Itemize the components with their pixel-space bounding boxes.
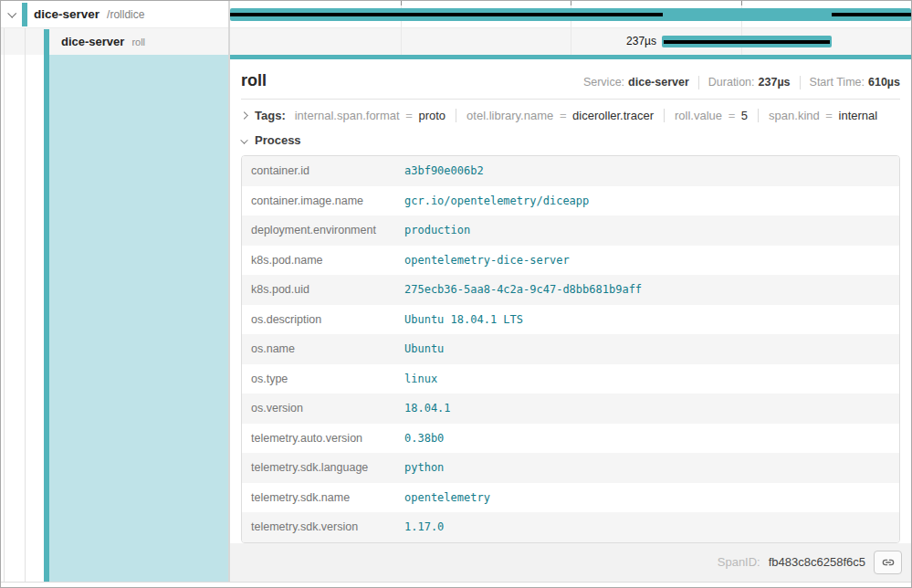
span-name-column: dice-server /rolldice dice-server roll xyxy=(1,1,228,582)
timeline-tick xyxy=(401,1,402,5)
span-duration-label: 237µs xyxy=(230,28,656,55)
operation-name: /rolldice xyxy=(107,8,144,21)
selected-span-highlight xyxy=(49,55,228,582)
process-key: k8s.pod.uid xyxy=(251,282,404,298)
stat-separator xyxy=(800,76,801,89)
operation-name: roll xyxy=(131,37,145,47)
process-value: production xyxy=(404,223,470,238)
timeline-rows: 237µs xyxy=(230,1,911,55)
process-value: opentelemetry-dice-server xyxy=(404,253,570,268)
tag-item: span.kind = internal xyxy=(758,109,877,122)
process-table-row: os.type linux xyxy=(242,364,899,394)
process-label: Process xyxy=(255,133,301,147)
tag-equals: = xyxy=(560,109,567,122)
process-table-row: telemetry.sdk.language python xyxy=(242,453,899,483)
process-table-row: telemetry.sdk.version 1.17.0 xyxy=(242,512,899,542)
span-row-rolldice[interactable]: dice-server /rolldice xyxy=(1,1,228,28)
span-bar-roll[interactable] xyxy=(662,36,832,47)
process-value: 18.04.1 xyxy=(404,401,451,416)
service-name: dice-server xyxy=(34,7,100,21)
process-table-row: telemetry.sdk.name opentelemetry xyxy=(242,483,899,513)
process-key: container.id xyxy=(251,163,404,179)
process-key: k8s.pod.name xyxy=(251,253,404,268)
start-time-stat-value: 610µs xyxy=(868,76,900,89)
timeline-tick xyxy=(571,1,571,5)
start-time-stat-label: Start Time: xyxy=(810,76,865,89)
span-id-label: SpanID: xyxy=(718,555,760,569)
tag-value: internal xyxy=(839,109,878,122)
tags-summary: internal.span.format = proto otel.librar… xyxy=(295,109,878,122)
process-table-row: k8s.pod.uid 275ecb36-5aa8-4c2a-9c47-d8bb… xyxy=(242,275,899,305)
tag-equals: = xyxy=(825,109,833,122)
copy-span-link-button[interactable] xyxy=(874,551,902,574)
span-detail-title: roll xyxy=(241,71,267,90)
process-toggle-row[interactable]: Process xyxy=(230,131,911,155)
trace-main-area: dice-server /rolldice dice-server roll xyxy=(1,1,911,583)
span-detail-stats: Service: dice-server Duration: 237µs Sta… xyxy=(583,76,900,89)
tag-value: diceroller.tracer xyxy=(572,109,654,122)
tag-equals: = xyxy=(729,109,736,122)
process-key: os.name xyxy=(251,341,404,357)
process-value: Ubuntu xyxy=(404,341,444,357)
span-self-time-segment xyxy=(230,13,663,16)
span-detail-panel: roll Service: dice-server Duration: 237µ… xyxy=(230,55,911,582)
tags-label: Tags: xyxy=(255,109,286,122)
service-stat-label: Service: xyxy=(583,76,624,89)
process-key: container.image.name xyxy=(251,194,404,209)
process-value: 1.17.0 xyxy=(404,520,444,535)
service-name: dice-server xyxy=(61,35,124,48)
process-value: a3bf90e006b2 xyxy=(404,163,484,179)
tags-toggle-row[interactable]: Tags: internal.span.format = proto otel.… xyxy=(230,100,911,131)
span-row-roll[interactable]: dice-server roll xyxy=(1,28,228,55)
process-key: os.version xyxy=(251,401,404,416)
indent-guide xyxy=(4,28,5,582)
detail-span-color-stripe xyxy=(44,29,49,582)
process-table-row: os.version 18.04.1 xyxy=(242,394,899,424)
span-id-value: fb483c8c6258f6c5 xyxy=(769,555,865,569)
trace-timeline-window: dice-server /rolldice dice-server roll xyxy=(0,0,912,588)
duration-stat-value: 237µs xyxy=(759,76,791,89)
indent-guide xyxy=(25,28,26,582)
process-table-row: container.image.name gcr.io/opentelemetr… xyxy=(242,186,899,216)
tag-key: internal.span.format xyxy=(295,109,400,122)
tag-item: otel.library.name = diceroller.tracer xyxy=(456,109,654,122)
process-key: telemetry.auto.version xyxy=(251,431,404,446)
collapse-chevron-icon[interactable] xyxy=(7,9,16,18)
span-self-time-segment xyxy=(832,13,911,16)
process-key: telemetry.sdk.version xyxy=(251,520,404,535)
timeline-column: 237µs roll Service: dice-server Duration… xyxy=(230,1,911,582)
timeline-tick xyxy=(741,1,742,5)
process-value: python xyxy=(404,460,444,476)
process-table-row: container.id a3bf90e006b2 xyxy=(242,156,899,186)
process-table-row: deployment.environment production xyxy=(242,215,899,246)
tag-equals: = xyxy=(405,109,413,122)
process-table-row: os.name Ubuntu xyxy=(242,334,899,364)
process-key: telemetry.sdk.name xyxy=(251,490,404,506)
process-key: os.type xyxy=(251,372,404,387)
bottom-gutter xyxy=(1,583,911,587)
tag-value: proto xyxy=(418,109,446,122)
tag-key: otel.library.name xyxy=(466,109,553,122)
service-stat-value: dice-server xyxy=(628,76,689,89)
link-icon xyxy=(881,555,896,570)
process-value: 275ecb36-5aa8-4c2a-9c47-d8bb681b9aff xyxy=(404,282,642,298)
process-table-row: telemetry.auto.version 0.38b0 xyxy=(242,424,899,454)
process-key: telemetry.sdk.language xyxy=(251,460,404,476)
chevron-right-icon xyxy=(240,111,247,119)
duration-stat-label: Duration: xyxy=(708,76,755,89)
process-value: Ubuntu 18.04.1 LTS xyxy=(404,312,523,328)
span-detail-header: roll Service: dice-server Duration: 237µ… xyxy=(230,59,911,99)
process-value: linux xyxy=(404,372,437,387)
chevron-down-icon xyxy=(240,136,247,143)
span-self-time-segment xyxy=(664,40,830,44)
process-table: container.id a3bf90e006b2 container.imag… xyxy=(241,155,900,543)
stat-separator xyxy=(698,76,699,89)
process-value: opentelemetry xyxy=(404,490,490,506)
process-key: deployment.environment xyxy=(251,223,404,238)
tag-value: 5 xyxy=(741,109,748,122)
process-table-row: os.description Ubuntu 18.04.1 LTS xyxy=(242,305,899,335)
span-bar-rolldice[interactable] xyxy=(230,8,911,21)
process-key: os.description xyxy=(251,312,404,328)
process-value: 0.38b0 xyxy=(404,431,444,446)
process-value: gcr.io/opentelemetry/diceapp xyxy=(404,194,589,209)
